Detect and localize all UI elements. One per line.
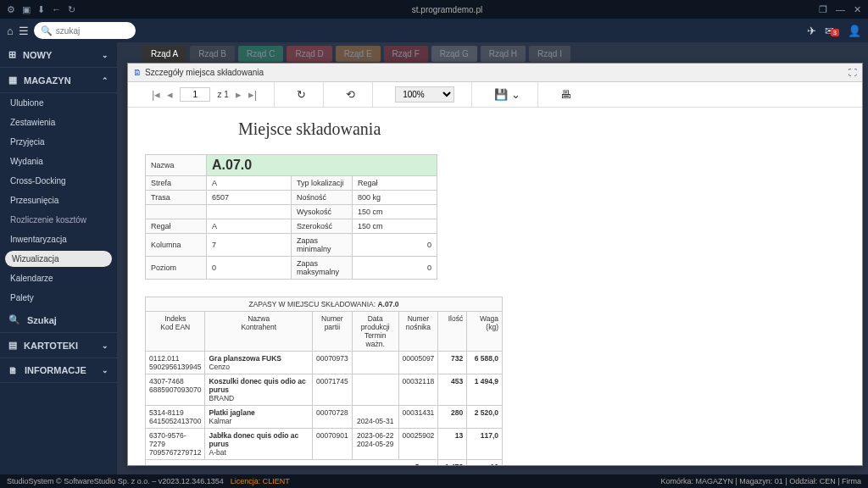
row-tab[interactable]: Rząd D bbox=[287, 46, 331, 62]
home-icon[interactable]: ⌂ bbox=[7, 25, 14, 37]
back-icon[interactable]: ← bbox=[52, 4, 61, 15]
modal-title: Szczegóły miejsca składowania bbox=[145, 68, 264, 77]
sidebar-item[interactable]: Przyjęcia bbox=[0, 132, 117, 152]
row-tab[interactable]: Rząd I bbox=[529, 46, 570, 62]
sidebar-section-szukaj[interactable]: 🔍Szukaj bbox=[0, 308, 117, 333]
titlebar: ⚙ ▣ ⬇ ← ↻ st.programdemo.pl ❐ — ✕ bbox=[0, 0, 868, 19]
window-minimize-icon[interactable]: — bbox=[836, 4, 845, 15]
window-restore-icon[interactable]: ❐ bbox=[819, 4, 827, 15]
row-tab[interactable]: Rząd A bbox=[142, 46, 186, 62]
report-title: Miejsce składowania bbox=[238, 119, 845, 139]
detail-modal: 🗎 Szczegóły miejsca składowania ⛶ |◂ ◂ z… bbox=[127, 63, 863, 466]
status-right: Komórka: MAGAZYN | Magazyn: 01 | Oddział… bbox=[660, 477, 861, 485]
sidebar-section-magazyn[interactable]: ▦MAGAZYN⌃ bbox=[0, 68, 117, 93]
row-tab[interactable]: Rząd E bbox=[336, 46, 381, 62]
row-tab[interactable]: Rząd H bbox=[481, 46, 526, 62]
sidebar-item[interactable]: Kalendarze bbox=[0, 269, 117, 288]
print-button[interactable]: 🖶 bbox=[560, 88, 571, 101]
row-tab[interactable]: Rząd B bbox=[190, 46, 235, 62]
stock-caption: ZAPASY W MIEJSCU SKŁADOWANIA: A.07.0 bbox=[145, 297, 503, 311]
app-toolbar: ⌂ ☰ 🔍 ✈ ✉3 👤 bbox=[0, 19, 868, 42]
page-total: z 1 bbox=[217, 90, 228, 99]
sidebar-item[interactable]: Inwentaryzacja bbox=[0, 230, 117, 249]
table-row: 6370-9576-72797095767279712Jabłka donec … bbox=[146, 429, 503, 460]
row-tabs: Rząd A Rząd B Rząd C Rząd D Rząd E Rząd … bbox=[117, 42, 868, 65]
next-page-button[interactable]: ▸ bbox=[236, 88, 242, 101]
document-icon: 🗎 bbox=[133, 68, 142, 77]
report-body: Miejsce składowania NazwaA.07.0 StrefaAT… bbox=[128, 108, 862, 465]
refresh-button[interactable]: ↻ bbox=[297, 88, 306, 101]
sidebar-section-kartoteki[interactable]: ▤KARTOTEKI⌄ bbox=[0, 333, 117, 358]
search-box[interactable]: 🔍 bbox=[34, 22, 136, 39]
sidebar-item[interactable]: Cross-Docking bbox=[0, 171, 117, 191]
prev-page-button[interactable]: ◂ bbox=[167, 88, 173, 101]
save-button[interactable]: 💾 ⌄ bbox=[494, 88, 520, 101]
user-icon[interactable]: 👤 bbox=[848, 25, 861, 37]
sidebar-item[interactable]: Ulubione bbox=[0, 93, 117, 113]
plane-icon[interactable]: ✈ bbox=[807, 25, 816, 37]
location-name: A.07.0 bbox=[207, 155, 437, 176]
last-page-button[interactable]: ▸| bbox=[248, 88, 257, 101]
sidebar-item-wizualizacja[interactable]: Wizualizacja bbox=[5, 251, 112, 267]
sidebar-section-informacje[interactable]: 🗎INFORMACJE⌄ bbox=[0, 358, 117, 383]
modal-header: 🗎 Szczegóły miejsca składowania ⛶ bbox=[128, 64, 862, 82]
modal-expand-icon[interactable]: ⛶ bbox=[849, 68, 857, 77]
search-icon: 🔍 bbox=[41, 25, 53, 36]
sidebar-item[interactable]: Przesunięcia bbox=[0, 191, 117, 210]
url-display: st.programdemo.pl bbox=[75, 5, 819, 14]
page-input[interactable] bbox=[180, 87, 210, 102]
back-button[interactable]: ⟲ bbox=[346, 88, 355, 101]
zoom-select[interactable]: 100% bbox=[395, 86, 454, 103]
window-close-icon[interactable]: ✕ bbox=[854, 4, 861, 15]
report-toolbar: |◂ ◂ z 1 ▸ ▸| ↻ ⟲ 100% 💾 ⌄ 🖶 bbox=[128, 82, 862, 108]
mail-icon[interactable]: ✉3 bbox=[825, 25, 839, 37]
status-license: Licencja: CLIENT bbox=[231, 477, 290, 485]
panel-icon[interactable]: ▣ bbox=[22, 4, 31, 15]
app-menu-icon[interactable]: ⚙ bbox=[7, 4, 15, 15]
statusbar: StudioSystem © SoftwareStudio Sp. z o.o.… bbox=[0, 474, 868, 488]
first-page-button[interactable]: |◂ bbox=[152, 88, 160, 101]
location-info-table: NazwaA.07.0 StrefaATyp lokalizacjiRegał … bbox=[145, 154, 437, 280]
sidebar-item[interactable]: Palety bbox=[0, 288, 117, 308]
table-row: 4307-74686885907093070Koszulki donec qui… bbox=[146, 374, 503, 406]
reload-icon[interactable]: ↻ bbox=[68, 4, 75, 15]
search-input[interactable] bbox=[56, 26, 132, 36]
stock-table: IndeksKod EAN NazwaKontrahent Numer part… bbox=[145, 311, 503, 465]
list-icon[interactable]: ☰ bbox=[19, 25, 29, 37]
row-tab[interactable]: Rząd G bbox=[431, 46, 477, 62]
row-tab[interactable]: Rząd C bbox=[238, 46, 283, 62]
notification-badge: 3 bbox=[831, 29, 839, 36]
sidebar-item[interactable]: Zestawienia bbox=[0, 113, 117, 132]
sidebar-group-label: Rozliczenie kosztów bbox=[0, 210, 117, 230]
sidebar-section-nowy[interactable]: ⊞NOWY⌄ bbox=[0, 42, 117, 68]
row-tab[interactable]: Rząd F bbox=[384, 46, 428, 62]
download-icon[interactable]: ⬇ bbox=[37, 4, 45, 15]
status-left: StudioSystem © SoftwareStudio Sp. z o.o.… bbox=[7, 477, 224, 485]
table-row: 0112.0115902956139945Gra planszowa FUKSC… bbox=[146, 352, 503, 374]
content-area: Rząd A Rząd B Rząd C Rząd D Rząd E Rząd … bbox=[117, 42, 868, 474]
sidebar: ⊞NOWY⌄ ▦MAGAZYN⌃ Ulubione Zestawienia Pr… bbox=[0, 42, 117, 474]
sidebar-item[interactable]: Wydania bbox=[0, 152, 117, 171]
table-row: 5314-81196415052413700Płatki jaglaneKalm… bbox=[146, 406, 503, 429]
